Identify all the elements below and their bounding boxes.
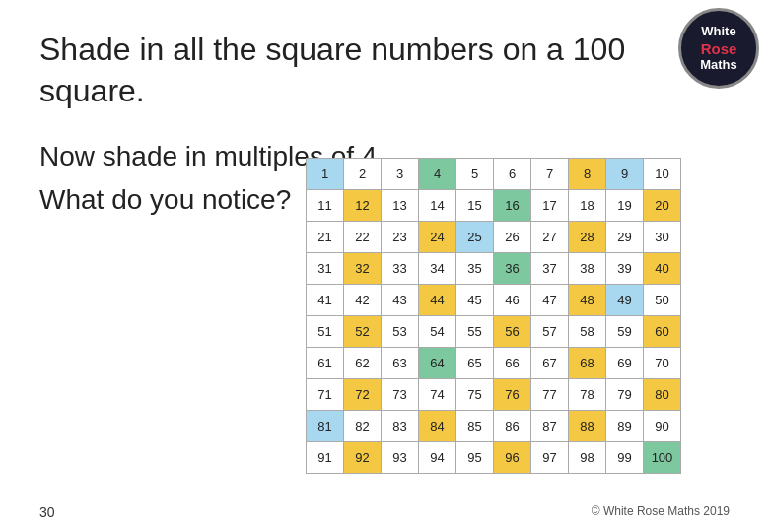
grid-cell-78: 78 bbox=[569, 379, 606, 411]
grid-cell-14: 14 bbox=[419, 190, 456, 222]
grid-cell-68: 68 bbox=[569, 348, 606, 379]
grid-cell-44: 44 bbox=[419, 285, 456, 316]
grid-cell-18: 18 bbox=[569, 190, 606, 222]
grid-cell-59: 59 bbox=[606, 316, 644, 348]
grid-cell-4: 4 bbox=[419, 159, 456, 190]
grid-cell-63: 63 bbox=[382, 348, 419, 379]
grid-cell-2: 2 bbox=[344, 159, 382, 190]
grid-cell-5: 5 bbox=[456, 159, 494, 190]
grid-cell-89: 89 bbox=[606, 411, 644, 442]
grid-cell-58: 58 bbox=[569, 316, 606, 348]
grid-cell-98: 98 bbox=[569, 442, 606, 474]
grid-cell-66: 66 bbox=[494, 348, 531, 379]
grid-cell-86: 86 bbox=[494, 411, 531, 442]
grid-cell-84: 84 bbox=[419, 411, 456, 442]
grid-cell-94: 94 bbox=[419, 442, 456, 474]
grid-cell-20: 20 bbox=[644, 190, 681, 222]
grid-cell-64: 64 bbox=[419, 348, 456, 379]
grid-cell-52: 52 bbox=[344, 316, 382, 348]
grid-cell-83: 83 bbox=[382, 411, 419, 442]
grid-cell-41: 41 bbox=[307, 285, 344, 316]
grid-cell-28: 28 bbox=[569, 222, 606, 253]
grid-cell-99: 99 bbox=[606, 442, 644, 474]
grid-cell-45: 45 bbox=[456, 285, 494, 316]
grid-cell-9: 9 bbox=[606, 159, 644, 190]
grid-cell-29: 29 bbox=[606, 222, 644, 253]
page-number: 30 bbox=[39, 504, 55, 520]
grid-cell-10: 10 bbox=[644, 159, 681, 190]
grid-cell-57: 57 bbox=[531, 316, 569, 348]
grid-cell-82: 82 bbox=[344, 411, 382, 442]
grid-cell-87: 87 bbox=[531, 411, 569, 442]
grid-cell-15: 15 bbox=[456, 190, 494, 222]
grid-cell-54: 54 bbox=[419, 316, 456, 348]
grid-cell-93: 93 bbox=[382, 442, 419, 474]
grid-cell-22: 22 bbox=[344, 222, 382, 253]
grid-cell-38: 38 bbox=[569, 253, 606, 285]
grid-cell-96: 96 bbox=[494, 442, 531, 474]
grid-cell-47: 47 bbox=[531, 285, 569, 316]
grid-cell-33: 33 bbox=[382, 253, 419, 285]
grid-cell-11: 11 bbox=[307, 190, 344, 222]
main-heading: Shade in all the square numbers on a 100… bbox=[39, 30, 730, 111]
grid-cell-95: 95 bbox=[456, 442, 494, 474]
grid-cell-75: 75 bbox=[456, 379, 494, 411]
grid-cell-70: 70 bbox=[644, 348, 681, 379]
grid-cell-19: 19 bbox=[606, 190, 644, 222]
grid-cell-39: 39 bbox=[606, 253, 644, 285]
logo-rose: Rose bbox=[701, 40, 737, 57]
grid-cell-8: 8 bbox=[569, 159, 606, 190]
grid-cell-60: 60 bbox=[644, 316, 681, 348]
grid-cell-90: 90 bbox=[644, 411, 681, 442]
grid-cell-34: 34 bbox=[419, 253, 456, 285]
logo-maths: Maths bbox=[700, 57, 737, 74]
grid-cell-1: 1 bbox=[307, 159, 344, 190]
grid-cell-62: 62 bbox=[344, 348, 382, 379]
grid-cell-6: 6 bbox=[494, 159, 531, 190]
grid-cell-80: 80 bbox=[644, 379, 681, 411]
grid-cell-35: 35 bbox=[456, 253, 494, 285]
grid-cell-30: 30 bbox=[644, 222, 681, 253]
grid-cell-23: 23 bbox=[382, 222, 419, 253]
logo-white: White bbox=[701, 24, 735, 40]
hundred-grid: 1234567891011121314151617181920212223242… bbox=[306, 158, 681, 474]
grid-cell-36: 36 bbox=[494, 253, 531, 285]
copyright: © White Rose Maths 2019 bbox=[592, 504, 730, 520]
grid-cell-43: 43 bbox=[382, 285, 419, 316]
grid-cell-51: 51 bbox=[307, 316, 344, 348]
grid-cell-61: 61 bbox=[307, 348, 344, 379]
grid-cell-56: 56 bbox=[494, 316, 531, 348]
grid-cell-73: 73 bbox=[382, 379, 419, 411]
grid-cell-74: 74 bbox=[419, 379, 456, 411]
grid-cell-21: 21 bbox=[307, 222, 344, 253]
grid-cell-40: 40 bbox=[644, 253, 681, 285]
grid-cell-50: 50 bbox=[644, 285, 681, 316]
grid-cell-49: 49 bbox=[606, 285, 644, 316]
grid-area: 1234567891011121314151617181920212223242… bbox=[306, 158, 681, 474]
grid-cell-53: 53 bbox=[382, 316, 419, 348]
grid-cell-100: 100 bbox=[644, 442, 681, 474]
grid-cell-81: 81 bbox=[307, 411, 344, 442]
grid-cell-67: 67 bbox=[531, 348, 569, 379]
footer: 30 © White Rose Maths 2019 bbox=[0, 504, 769, 520]
logo: White Rose Maths bbox=[678, 8, 759, 89]
grid-cell-17: 17 bbox=[531, 190, 569, 222]
grid-cell-65: 65 bbox=[456, 348, 494, 379]
grid-cell-27: 27 bbox=[531, 222, 569, 253]
grid-cell-46: 46 bbox=[494, 285, 531, 316]
grid-cell-92: 92 bbox=[344, 442, 382, 474]
grid-cell-71: 71 bbox=[307, 379, 344, 411]
grid-cell-77: 77 bbox=[531, 379, 569, 411]
grid-cell-24: 24 bbox=[419, 222, 456, 253]
grid-cell-7: 7 bbox=[531, 159, 569, 190]
grid-cell-16: 16 bbox=[494, 190, 531, 222]
grid-cell-72: 72 bbox=[344, 379, 382, 411]
grid-cell-37: 37 bbox=[531, 253, 569, 285]
grid-cell-32: 32 bbox=[344, 253, 382, 285]
grid-cell-26: 26 bbox=[494, 222, 531, 253]
grid-cell-88: 88 bbox=[569, 411, 606, 442]
grid-cell-76: 76 bbox=[494, 379, 531, 411]
grid-cell-55: 55 bbox=[456, 316, 494, 348]
grid-cell-12: 12 bbox=[344, 190, 382, 222]
grid-cell-79: 79 bbox=[606, 379, 644, 411]
